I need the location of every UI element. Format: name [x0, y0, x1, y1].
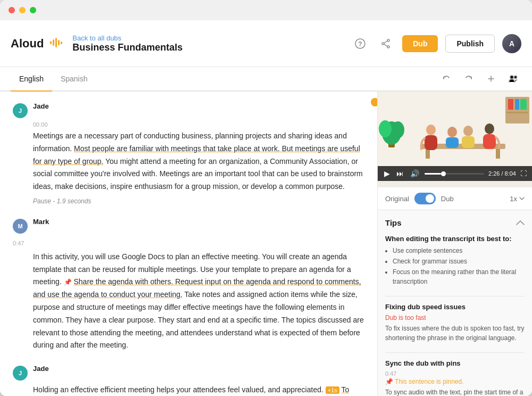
timestamp: 00:00: [33, 121, 364, 128]
svg-point-33: [463, 126, 473, 136]
segment-jade-1: J Jade 00:00 Meetings are a necessary pa…: [13, 102, 364, 205]
svg-rect-0: [50, 41, 52, 44]
svg-rect-30: [425, 135, 437, 150]
logo-text: Aloud: [11, 37, 44, 51]
svg-point-9: [382, 43, 384, 45]
pause-label: Pause - 1.9 seconds: [33, 197, 364, 205]
svg-rect-3: [58, 40, 60, 45]
video-scene: [378, 92, 532, 166]
progress-dot: [371, 98, 378, 106]
speaker-avatar-mark: M: [13, 219, 28, 234]
publish-button[interactable]: Publish: [445, 35, 495, 53]
svg-rect-20: [520, 99, 527, 110]
svg-rect-36: [483, 134, 496, 149]
svg-rect-4: [61, 42, 62, 44]
redo-button[interactable]: [461, 71, 477, 87]
toggle-row: Original Dub 1x: [378, 187, 532, 210]
progress-thumb: [441, 171, 446, 176]
back-link[interactable]: Back to all dubs: [72, 34, 182, 42]
toggle-switch[interactable]: [414, 193, 436, 204]
toggle-knob: [426, 194, 434, 203]
logo-waveform-icon: [50, 38, 64, 49]
close-button[interactable]: [9, 7, 15, 13]
transcript-panel[interactable]: J Jade 00:00 Meetings are a necessary pa…: [0, 92, 378, 396]
volume-button[interactable]: 🔊: [409, 169, 420, 178]
svg-rect-1: [53, 39, 54, 46]
fullscreen-button[interactable]: [30, 7, 36, 13]
toggle-label-dub: Dub: [441, 195, 454, 203]
users-button[interactable]: [505, 71, 521, 87]
play-button[interactable]: ▶: [383, 169, 391, 178]
header-actions: ? Dub Publish A: [351, 34, 521, 53]
tip-section-sync: Sync the dub with pins 0:47 📌 This sente…: [385, 359, 525, 396]
svg-text:?: ?: [359, 40, 362, 48]
svg-line-11: [384, 44, 387, 46]
help-button[interactable]: ?: [351, 35, 369, 53]
pin-icon: 📌: [64, 278, 72, 286]
app-header: Aloud Back to all dubs Business Fundamen…: [0, 20, 532, 67]
segment-header: M Mark: [13, 218, 364, 234]
tab-english[interactable]: English: [11, 67, 52, 92]
highlighted-text: Share the agenda with others. Request in…: [33, 277, 361, 299]
svg-point-7: [387, 39, 389, 42]
svg-point-25: [392, 121, 404, 138]
segment-header: J Jade: [13, 365, 364, 381]
tip-section-editing: When editing the transcript its best to:…: [385, 235, 525, 286]
tab-actions: [438, 71, 521, 87]
tips-collapse-button[interactable]: [516, 218, 525, 227]
svg-line-10: [384, 41, 387, 43]
toggle-labels: Original Dub: [385, 193, 454, 204]
svg-rect-28: [496, 149, 500, 159]
tabs: English Spanish: [11, 67, 96, 90]
speed-select[interactable]: 1x: [510, 195, 525, 203]
svg-rect-2: [55, 38, 57, 47]
segment-text[interactable]: 0:47 In this activity, you will use Goog…: [33, 237, 364, 352]
segment-jade-2: J Jade Holding an effective efficient me…: [13, 365, 364, 396]
tip-text: To fix issues where the dub is spoken to…: [385, 324, 525, 343]
speaker-name: Jade: [33, 102, 49, 110]
tip-divider: [385, 352, 525, 353]
undo-button[interactable]: [438, 71, 454, 87]
autofix-badge: +1s: [326, 386, 339, 394]
svg-rect-32: [446, 137, 459, 148]
speaker-name: Mark: [33, 218, 49, 226]
speaker-avatar-jade-2: J: [13, 366, 28, 381]
segment-mark: M Mark 0:47 In this activity, you will u…: [13, 218, 364, 352]
svg-rect-21: [506, 112, 528, 113]
tip-section-title: Sync the dub with pins: [385, 359, 525, 367]
fullscreen-button[interactable]: ⛶: [520, 170, 527, 177]
tip-timestamp: 0:47: [385, 370, 525, 377]
next-button[interactable]: ⏭: [395, 169, 405, 178]
svg-point-29: [426, 125, 436, 135]
highlighted-text: To complete this activity, first must si…: [33, 385, 349, 396]
tips-title: Tips: [385, 218, 402, 227]
tab-spanish[interactable]: Spanish: [52, 67, 96, 92]
speaker-name: Jade: [33, 365, 49, 373]
video-container: ▶ ⏭ 🔊 2:26 / 8:04 ⛶: [378, 92, 532, 187]
tip-pinned: 📌 This sentence is pinned.: [385, 378, 525, 385]
svg-point-8: [387, 46, 389, 48]
tips-panel: Tips When editing the transcript its bes…: [378, 210, 532, 396]
segment-header: J Jade: [13, 102, 364, 118]
svg-point-31: [447, 127, 457, 137]
speaker-avatar-jade: J: [13, 103, 28, 118]
dub-button[interactable]: Dub: [402, 35, 438, 52]
segment-text[interactable]: Meetings are a necessary part of conduct…: [33, 130, 364, 193]
scene-illustration: [378, 92, 532, 166]
svg-rect-19: [515, 99, 519, 110]
video-progress-bar[interactable]: [425, 173, 484, 175]
tip-text: Use complete sentences Check for grammar…: [385, 246, 525, 286]
app-window: Aloud Back to all dubs Business Fundamen…: [0, 0, 532, 396]
minimize-button[interactable]: [19, 7, 26, 13]
add-button[interactable]: [483, 71, 499, 87]
tip-subtitle: Dub is too fast: [385, 314, 525, 321]
svg-point-14: [510, 76, 513, 79]
video-controls: ▶ ⏭ 🔊 2:26 / 8:04 ⛶: [378, 166, 532, 181]
svg-point-35: [485, 123, 494, 134]
tip-text: To sync audio with the text, pin the sta…: [385, 387, 525, 396]
time-label: 2:26 / 8:04: [488, 170, 516, 177]
right-panel: ▶ ⏭ 🔊 2:26 / 8:04 ⛶ Original: [378, 92, 532, 396]
logo: Aloud: [11, 37, 64, 51]
share-button[interactable]: [377, 35, 395, 53]
segment-text[interactable]: Holding an effective efficient meeting h…: [33, 384, 364, 396]
